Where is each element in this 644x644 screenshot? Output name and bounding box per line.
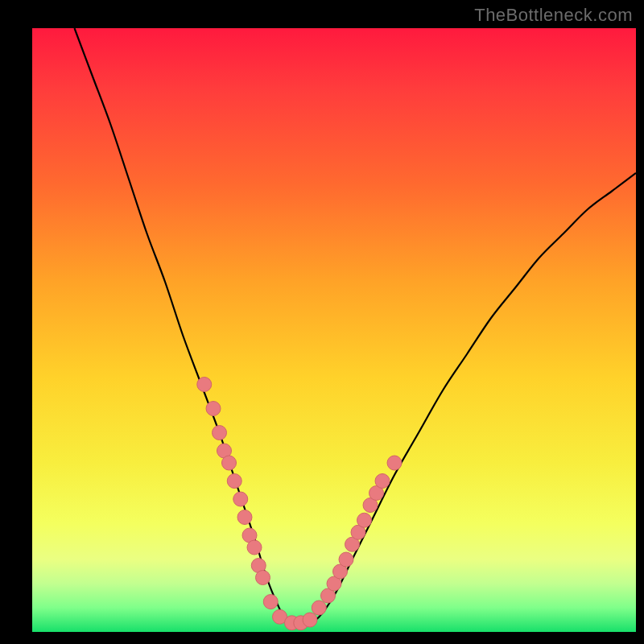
curve-marker xyxy=(197,378,212,392)
bottleneck-curve-line xyxy=(75,28,637,626)
curve-marker xyxy=(251,559,266,573)
curve-marker xyxy=(233,492,248,506)
curve-marker xyxy=(237,510,252,525)
curve-marker xyxy=(294,616,308,630)
chart-svg xyxy=(32,28,636,632)
watermark-text: TheBottleneck.com xyxy=(474,5,633,26)
curve-marker xyxy=(222,456,237,470)
curve-marker xyxy=(242,528,257,543)
curve-marker xyxy=(273,609,287,624)
curve-marker xyxy=(263,595,278,609)
chart-plot-area xyxy=(32,28,636,632)
curve-marker xyxy=(357,513,372,527)
curve-marker xyxy=(285,616,299,630)
curve-marker xyxy=(213,426,227,440)
curve-marker xyxy=(387,456,402,470)
curve-marker xyxy=(303,613,317,627)
curve-marker xyxy=(327,576,341,591)
curve-marker xyxy=(217,444,232,458)
curve-marker xyxy=(256,571,270,585)
curve-marker xyxy=(333,564,348,579)
curve-marker xyxy=(339,552,353,567)
curve-marker xyxy=(369,486,384,501)
curve-marker-group xyxy=(197,378,402,630)
curve-marker xyxy=(321,588,336,603)
curve-marker xyxy=(312,601,326,615)
curve-marker xyxy=(227,474,242,489)
curve-marker xyxy=(375,474,390,489)
curve-marker xyxy=(206,402,221,416)
curve-marker xyxy=(247,540,262,555)
curve-marker xyxy=(363,498,378,513)
curve-marker xyxy=(345,537,360,551)
chart-frame: TheBottleneck.com xyxy=(0,0,644,644)
curve-marker xyxy=(351,525,365,539)
